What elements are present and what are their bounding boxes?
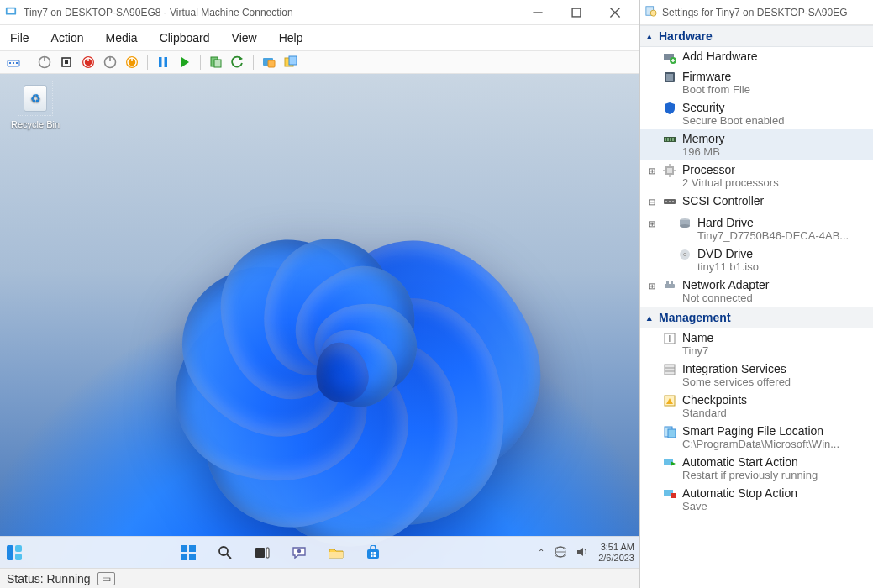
item-label: Automatic Stop Action: [682, 486, 870, 500]
start-icon[interactable]: [36, 54, 53, 71]
item-memory[interactable]: Memory196 MB: [640, 129, 873, 160]
item-security[interactable]: SecuritySecure Boot enabled: [640, 98, 873, 129]
toolbar-separator: [200, 55, 201, 70]
item-hard-drive[interactable]: ⊞ Hard DriveTiny7_D7750B46-DECA-4AB...: [640, 213, 873, 244]
svg-rect-81: [666, 281, 669, 284]
item-auto-start[interactable]: Automatic Start ActionRestart if previou…: [640, 453, 873, 484]
svg-rect-85: [665, 365, 675, 375]
item-smart-paging[interactable]: Smart Paging File LocationC:\ProgramData…: [640, 422, 873, 453]
item-label: Integration Services: [682, 362, 870, 375]
tray-volume-icon[interactable]: [576, 546, 588, 559]
item-name[interactable]: I NameTiny7: [640, 328, 873, 360]
svg-rect-33: [15, 545, 22, 552]
vm-status-text: Status: Running: [7, 572, 91, 585]
menu-help[interactable]: Help: [276, 29, 307, 46]
item-firmware[interactable]: FirmwareBoot from File: [640, 67, 873, 98]
vm-window-title: Tiny7 on DESKTOP-SA90EG8 - Virtual Machi…: [24, 7, 518, 18]
item-add-hardware[interactable]: Add Hardware: [640, 47, 873, 67]
item-sub: Boot from File: [682, 83, 870, 96]
svg-rect-59: [666, 74, 673, 81]
shutdown-icon[interactable]: [80, 54, 97, 71]
item-label: Network Adapter: [682, 278, 870, 291]
svg-marker-27: [239, 56, 243, 60]
item-label: DVD Drive: [697, 247, 870, 260]
taskview-icon[interactable]: [253, 543, 271, 562]
item-processor[interactable]: ⊞ Processor2 Virtual processors: [640, 160, 873, 192]
start-menu-icon[interactable]: [179, 543, 197, 562]
toolbar-separator: [147, 55, 148, 70]
widgets-icon[interactable]: [5, 543, 24, 562]
item-label: Automatic Start Action: [682, 455, 870, 469]
share-icon[interactable]: [282, 54, 299, 71]
svg-point-53: [650, 10, 656, 16]
checkpoint-icon[interactable]: [208, 54, 224, 71]
tray-clock[interactable]: 3:51 AM 2/6/2023: [598, 542, 634, 562]
checkpoints-icon: [662, 393, 677, 408]
expand-icon[interactable]: ⊞: [647, 278, 657, 295]
close-button[interactable]: [596, 0, 634, 25]
enhanced-session-icon[interactable]: [260, 54, 277, 71]
save-icon[interactable]: [102, 54, 118, 71]
expand-icon[interactable]: ⊞: [647, 163, 657, 180]
vm-toolbar: [0, 50, 639, 74]
expand-icon[interactable]: ⊞: [647, 216, 657, 233]
auto-start-icon: [662, 455, 677, 470]
item-sub: Tiny7_D7750B46-DECA-4AB...: [697, 229, 870, 242]
section-management[interactable]: ▴ Management: [640, 307, 873, 328]
svg-rect-63: [670, 138, 671, 141]
scsi-icon: [662, 194, 677, 209]
maximize-button[interactable]: [557, 0, 596, 25]
collapse-icon[interactable]: ⊟: [647, 194, 657, 211]
item-scsi-controller[interactable]: ⊟ SCSI Controller: [640, 192, 873, 213]
svg-rect-44: [329, 552, 343, 558]
item-checkpoints[interactable]: CheckpointsStandard: [640, 391, 873, 422]
svg-marker-51: [577, 548, 583, 556]
ctrl-alt-del-icon[interactable]: [5, 54, 22, 71]
item-integration-services[interactable]: Integration ServicesSome services offere…: [640, 360, 873, 391]
menu-view[interactable]: View: [229, 29, 260, 46]
reset-icon[interactable]: [124, 54, 140, 71]
smart-paging-icon: [662, 424, 677, 439]
settings-window: Settings for Tiny7 on DESKTOP-SA90EG ▴ H…: [640, 0, 873, 588]
svg-rect-80: [665, 284, 675, 288]
play-icon[interactable]: [176, 54, 193, 71]
vm-guest-display[interactable]: Recycle Bin ⌃ 3:51 AM 2/6/2023: [0, 74, 639, 568]
minimize-button[interactable]: [518, 0, 557, 25]
store-icon[interactable]: [364, 543, 382, 562]
menu-file[interactable]: File: [7, 29, 33, 46]
vm-titlebar[interactable]: Tiny7 on DESKTOP-SA90EG8 - Virtual Machi…: [0, 0, 639, 25]
dvd-icon: [677, 247, 692, 262]
item-network-adapter[interactable]: ⊞ Network AdapterNot connected: [640, 276, 873, 307]
file-explorer-icon[interactable]: [327, 543, 345, 562]
section-management-label: Management: [659, 311, 731, 324]
item-sub: 196 MB: [682, 145, 870, 158]
svg-point-72: [665, 201, 667, 202]
menu-media[interactable]: Media: [102, 29, 140, 46]
turnoff-icon[interactable]: [58, 54, 75, 71]
chat-icon[interactable]: [290, 543, 308, 562]
item-auto-stop[interactable]: Automatic Stop ActionSave: [640, 484, 873, 515]
section-hardware-label: Hardware: [659, 29, 713, 43]
tray-network-icon[interactable]: [555, 546, 566, 559]
svg-rect-36: [189, 545, 196, 552]
svg-rect-42: [266, 548, 269, 558]
revert-icon[interactable]: [229, 54, 246, 71]
tray-chevron-icon[interactable]: ⌃: [538, 548, 544, 557]
menu-action[interactable]: Action: [48, 29, 87, 46]
svg-rect-47: [374, 552, 376, 554]
item-dvd-drive[interactable]: DVD Drivetiny11 b1.iso: [640, 244, 873, 276]
recycle-bin-label: Recycle Bin: [8, 119, 62, 129]
memory-icon: [662, 132, 677, 147]
item-sub: Tiny7: [682, 344, 870, 357]
item-label: Hard Drive: [697, 216, 870, 229]
svg-rect-35: [181, 545, 187, 552]
guest-taskbar[interactable]: ⌃ 3:51 AM 2/6/2023: [0, 536, 639, 568]
vm-menubar: File Action Media Clipboard View Help: [0, 25, 639, 50]
settings-titlebar[interactable]: Settings for Tiny7 on DESKTOP-SA90EG: [640, 0, 873, 25]
section-hardware[interactable]: ▴ Hardware: [640, 25, 873, 47]
menu-clipboard[interactable]: Clipboard: [156, 29, 213, 46]
recycle-bin-icon[interactable]: Recycle Bin: [8, 81, 62, 129]
search-icon[interactable]: [216, 543, 234, 562]
pause-icon[interactable]: [155, 54, 171, 71]
item-label: SCSI Controller: [682, 194, 870, 207]
